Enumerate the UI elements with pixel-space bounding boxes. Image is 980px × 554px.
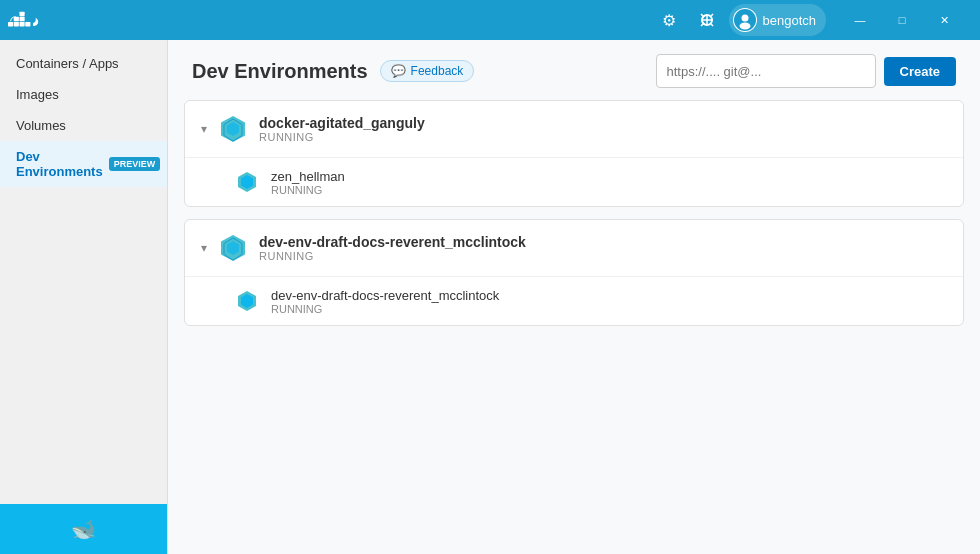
env-group-header-1: ▾ docker-agitated_ganguly RUNNING xyxy=(185,101,963,158)
env-status-1: RUNNING xyxy=(259,131,425,143)
feedback-button[interactable]: 💬 Feedback xyxy=(380,60,475,82)
titlebar-left xyxy=(8,9,40,31)
feedback-icon: 💬 xyxy=(391,64,406,78)
sidebar-item-label: Volumes xyxy=(16,118,66,133)
svg-rect-0 xyxy=(8,22,13,26)
env-group-1: ▾ docker-agitated_ganguly RUNNING xyxy=(184,100,964,207)
docker-logo-icon xyxy=(8,9,40,31)
content-header: Dev Environments 💬 Feedback Create xyxy=(168,40,980,100)
sidebar-nav: Containers / Apps Images Volumes Dev Env… xyxy=(0,40,167,504)
content-header-right: Create xyxy=(656,54,956,88)
env-status-2: RUNNING xyxy=(259,250,526,262)
env-name-2: dev-env-draft-docs-reverent_mcclintock xyxy=(259,234,526,250)
sidebar-item-volumes[interactable]: Volumes xyxy=(0,110,167,141)
docker-env-icon-2 xyxy=(218,233,248,263)
env-children-1: zen_hellman RUNNING xyxy=(185,158,963,206)
sidebar-footer: 🐋 xyxy=(0,504,167,554)
preview-badge: PREVIEW xyxy=(109,157,161,171)
env-children-2: dev-env-draft-docs-reverent_mcclintock R… xyxy=(185,277,963,325)
env-name-1: docker-agitated_ganguly xyxy=(259,115,425,131)
docker-logo xyxy=(8,9,40,31)
chevron-down-icon-2[interactable]: ▾ xyxy=(201,241,207,255)
chevron-down-icon[interactable]: ▾ xyxy=(201,122,207,136)
svg-point-12 xyxy=(739,23,750,30)
feedback-label: Feedback xyxy=(411,64,464,78)
sidebar-item-label: Dev Environments xyxy=(16,149,103,179)
settings-button[interactable]: ⚙ xyxy=(653,4,685,36)
svg-rect-4 xyxy=(14,17,19,21)
child-name-1: zen_hellman xyxy=(271,169,345,184)
docker-env-icon xyxy=(218,114,248,144)
container-icon-2 xyxy=(235,289,259,313)
sidebar-item-images[interactable]: Images xyxy=(0,79,167,110)
svg-rect-5 xyxy=(20,17,25,21)
close-button[interactable]: ✕ xyxy=(924,5,964,35)
child-status-2: RUNNING xyxy=(271,303,499,315)
create-button[interactable]: Create xyxy=(884,57,956,86)
content-header-left: Dev Environments 💬 Feedback xyxy=(192,60,474,83)
child-name-2: dev-env-draft-docs-reverent_mcclintock xyxy=(271,288,499,303)
page-title: Dev Environments xyxy=(192,60,368,83)
env-info-2: dev-env-draft-docs-reverent_mcclintock R… xyxy=(259,234,526,262)
svg-rect-1 xyxy=(14,22,19,26)
titlebar: ⚙ bengotch — □ ✕ xyxy=(0,0,980,40)
env-icon-1 xyxy=(217,113,249,145)
svg-rect-3 xyxy=(25,22,30,26)
child-info-1: zen_hellman RUNNING xyxy=(271,169,345,196)
child-info-2: dev-env-draft-docs-reverent_mcclintock R… xyxy=(271,288,499,315)
svg-point-11 xyxy=(741,15,748,22)
sidebar: Containers / Apps Images Volumes Dev Env… xyxy=(0,40,168,554)
titlebar-icons: ⚙ bengotch — □ ✕ xyxy=(653,4,965,36)
whale-icon: 🐋 xyxy=(71,517,96,541)
env-info-1: docker-agitated_ganguly RUNNING xyxy=(259,115,425,143)
bug-icon xyxy=(698,11,716,29)
minimize-button[interactable]: — xyxy=(840,5,880,35)
env-child-1: zen_hellman RUNNING xyxy=(201,158,947,206)
env-group-2: ▾ dev-env-draft-docs-reverent_mcclintock… xyxy=(184,219,964,326)
sidebar-item-label: Containers / Apps xyxy=(16,56,119,71)
content-area: Dev Environments 💬 Feedback Create ▾ xyxy=(168,40,980,554)
avatar xyxy=(733,8,757,32)
svg-rect-2 xyxy=(20,22,25,26)
container-icon xyxy=(235,170,259,194)
sidebar-item-label: Images xyxy=(16,87,59,102)
username-label: bengotch xyxy=(763,13,817,28)
sidebar-item-dev-environments[interactable]: Dev Environments PREVIEW xyxy=(0,141,167,187)
svg-rect-6 xyxy=(20,12,25,16)
window-controls: — □ ✕ xyxy=(840,5,964,35)
main-layout: Containers / Apps Images Volumes Dev Env… xyxy=(0,40,980,554)
maximize-button[interactable]: □ xyxy=(882,5,922,35)
env-group-header-2: ▾ dev-env-draft-docs-reverent_mcclintock… xyxy=(185,220,963,277)
user-menu-button[interactable]: bengotch xyxy=(729,4,827,36)
sidebar-item-containers-apps[interactable]: Containers / Apps xyxy=(0,48,167,79)
child-icon-1 xyxy=(233,168,261,196)
env-child-2: dev-env-draft-docs-reverent_mcclintock R… xyxy=(201,277,947,325)
user-avatar-icon xyxy=(734,9,756,31)
child-icon-2 xyxy=(233,287,261,315)
env-icon-2 xyxy=(217,232,249,264)
bug-button[interactable] xyxy=(691,4,723,36)
child-status-1: RUNNING xyxy=(271,184,345,196)
git-url-input[interactable] xyxy=(656,54,876,88)
environments-list: ▾ docker-agitated_ganguly RUNNING xyxy=(168,100,980,554)
